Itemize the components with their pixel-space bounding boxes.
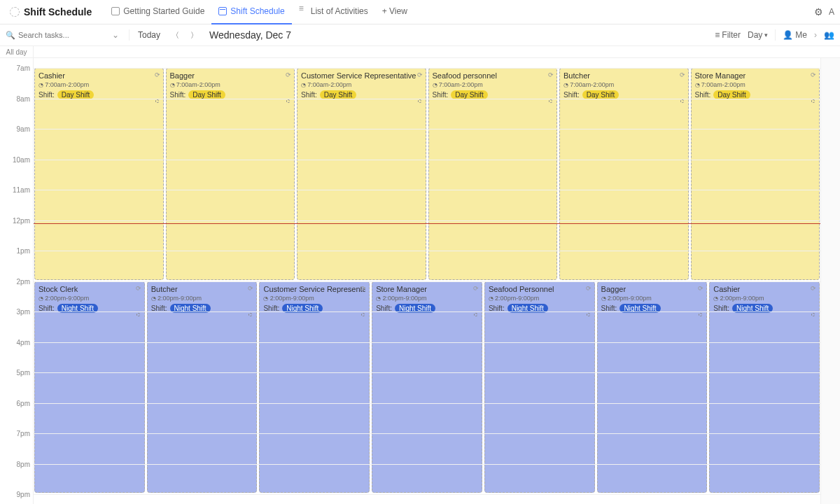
shift-event[interactable]: Cashier2:00pm-9:00pmShift:Night Shift⟳ bbox=[709, 281, 820, 493]
tab-list-activities[interactable]: List of Activities bbox=[292, 0, 375, 24]
shift-event[interactable]: Customer Service Representative7:00am-2:… bbox=[297, 68, 426, 280]
time-label: 3pm bbox=[17, 308, 30, 316]
event-title: Seafood Personnel bbox=[489, 285, 591, 293]
event-time: 7:00am-2:00pm bbox=[38, 81, 160, 88]
shift-field-label: Shift: bbox=[38, 304, 55, 312]
hour-gridline bbox=[34, 312, 820, 312]
shift-event[interactable]: Store Manager2:00pm-9:00pmShift:Night Sh… bbox=[372, 281, 482, 493]
refresh-icon[interactable]: ⟳ bbox=[360, 285, 366, 292]
event-handle-icon[interactable] bbox=[136, 313, 140, 316]
people-icon[interactable]: 👥 bbox=[824, 30, 834, 40]
tab-label: List of Activities bbox=[311, 6, 368, 16]
event-handle-icon[interactable] bbox=[248, 313, 252, 316]
refresh-icon[interactable]: ⟳ bbox=[811, 285, 816, 292]
hour-gridline bbox=[34, 342, 820, 343]
shift-event[interactable]: Stock Clerk2:00pm-9:00pmShift:Night Shif… bbox=[34, 281, 145, 493]
tab-shift-schedule[interactable]: Shift Schedule bbox=[211, 0, 291, 24]
shift-field-label: Shift: bbox=[151, 304, 167, 312]
refresh-icon[interactable]: ⟳ bbox=[473, 285, 479, 292]
list-icon bbox=[299, 7, 307, 15]
shift-event[interactable]: Cashier7:00am-2:00pmShift:Day Shift⟳ bbox=[34, 68, 164, 280]
event-time: 7:00am-2:00pm bbox=[433, 81, 554, 88]
prev-day-button[interactable]: 〈 bbox=[169, 30, 182, 41]
event-title: Customer Service Representative bbox=[301, 71, 422, 80]
breadcrumb[interactable]: Shift Schedule bbox=[6, 4, 96, 20]
refresh-icon[interactable]: ⟳ bbox=[698, 285, 704, 292]
next-day-button[interactable]: 〉 bbox=[188, 30, 201, 41]
hour-gridline bbox=[34, 464, 820, 465]
event-handle-icon[interactable] bbox=[286, 99, 290, 103]
automations-label[interactable]: A bbox=[829, 7, 834, 17]
refresh-icon[interactable]: ⟳ bbox=[136, 285, 141, 292]
event-handle-icon[interactable] bbox=[587, 313, 590, 316]
search-input[interactable] bbox=[18, 31, 88, 39]
hour-gridline bbox=[34, 494, 820, 495]
me-filter[interactable]: 👤 Me bbox=[783, 30, 807, 40]
shift-field-label: Shift: bbox=[564, 91, 580, 99]
event-time: 2:00pm-9:00pm bbox=[601, 295, 704, 302]
shift-event[interactable]: Bagger2:00pm-9:00pmShift:Night Shift⟳ bbox=[597, 281, 708, 493]
refresh-icon[interactable]: ⟳ bbox=[248, 285, 253, 292]
event-title: Stock Clerk bbox=[38, 285, 141, 293]
tab-getting-started[interactable]: Getting Started Guide bbox=[104, 0, 211, 24]
refresh-icon[interactable]: ⟳ bbox=[680, 71, 685, 78]
doc-icon bbox=[111, 7, 120, 15]
event-time: 7:00am-2:00pm bbox=[170, 81, 291, 88]
gear-icon[interactable]: ⚙ bbox=[814, 6, 823, 18]
add-view-button[interactable]: + View bbox=[375, 0, 414, 24]
time-label: 2pm bbox=[17, 278, 30, 286]
refresh-icon[interactable]: ⟳ bbox=[811, 71, 816, 78]
refresh-icon[interactable]: ⟳ bbox=[286, 71, 291, 78]
event-handle-icon[interactable] bbox=[699, 313, 702, 316]
refresh-icon[interactable]: ⟳ bbox=[155, 71, 160, 78]
filter-button[interactable]: ≡ Filter bbox=[715, 30, 741, 40]
time-label: 1pm bbox=[17, 247, 30, 255]
event-handle-icon[interactable] bbox=[811, 99, 815, 103]
event-handle-icon[interactable] bbox=[474, 313, 477, 316]
hour-gridline bbox=[34, 220, 820, 221]
shift-event[interactable]: Seafood Personnel2:00pm-9:00pmShift:Nigh… bbox=[484, 281, 595, 493]
hour-gridline bbox=[34, 251, 820, 251]
chevron-right-icon[interactable]: › bbox=[814, 30, 817, 40]
scroll-gutter bbox=[820, 58, 840, 504]
shift-event[interactable]: Seafood personnel7:00am-2:00pmShift:Day … bbox=[428, 68, 558, 280]
view-mode-label: Day bbox=[748, 30, 762, 40]
event-title: Store Manager bbox=[695, 71, 816, 80]
event-time: 7:00am-2:00pm bbox=[564, 81, 685, 88]
event-handle-icon[interactable] bbox=[418, 99, 421, 103]
event-time: 2:00pm-9:00pm bbox=[263, 295, 365, 302]
shift-event[interactable]: Customer Service Representative2:00pm-9:… bbox=[259, 281, 370, 493]
event-title: Cashier bbox=[38, 71, 160, 80]
shift-event[interactable]: Butcher2:00pm-9:00pmShift:Night Shift⟳ bbox=[147, 281, 258, 493]
hour-gridline bbox=[34, 372, 820, 373]
person-icon: 👤 bbox=[783, 30, 793, 40]
calendar-grid[interactable]: Cashier7:00am-2:00pmShift:Day Shift⟳Bagg… bbox=[34, 58, 820, 504]
today-button[interactable]: Today bbox=[135, 30, 163, 40]
event-handle-icon[interactable] bbox=[811, 313, 815, 316]
hour-gridline bbox=[34, 129, 820, 130]
event-title: Butcher bbox=[564, 71, 685, 80]
event-handle-icon[interactable] bbox=[549, 99, 552, 103]
refresh-icon[interactable]: ⟳ bbox=[586, 285, 592, 292]
refresh-icon[interactable]: ⟳ bbox=[417, 71, 423, 78]
view-mode-dropdown[interactable]: Day ▾ bbox=[748, 30, 768, 40]
search-dropdown[interactable]: ⌄ bbox=[108, 30, 123, 40]
shift-field-label: Shift: bbox=[263, 304, 279, 312]
shift-event[interactable]: Butcher7:00am-2:00pmShift:Day Shift⟳ bbox=[559, 68, 689, 280]
shift-field-label: Shift: bbox=[433, 91, 449, 99]
add-view-label: + View bbox=[382, 6, 407, 16]
shift-field-label: Shift: bbox=[170, 91, 186, 99]
shift-event[interactable]: Store Manager7:00am-2:00pmShift:Day Shif… bbox=[691, 68, 820, 280]
refresh-icon[interactable]: ⟳ bbox=[548, 71, 554, 78]
event-handle-icon[interactable] bbox=[361, 313, 365, 316]
event-time: 2:00pm-9:00pm bbox=[376, 295, 478, 302]
shift-event[interactable]: Bagger7:00am-2:00pmShift:Day Shift⟳ bbox=[166, 68, 295, 280]
search-input-wrapper[interactable]: 🔍 bbox=[6, 31, 102, 40]
workspace-icon bbox=[10, 7, 20, 17]
event-handle-icon[interactable] bbox=[155, 99, 159, 103]
event-handle-icon[interactable] bbox=[680, 99, 684, 103]
time-column: 7am8am9am10am11am12pm1pm2pm3pm4pm5pm6pm7… bbox=[0, 58, 34, 504]
shift-field-label: Shift: bbox=[713, 304, 729, 312]
tab-label: Shift Schedule bbox=[230, 6, 284, 16]
hour-gridline bbox=[34, 160, 820, 160]
